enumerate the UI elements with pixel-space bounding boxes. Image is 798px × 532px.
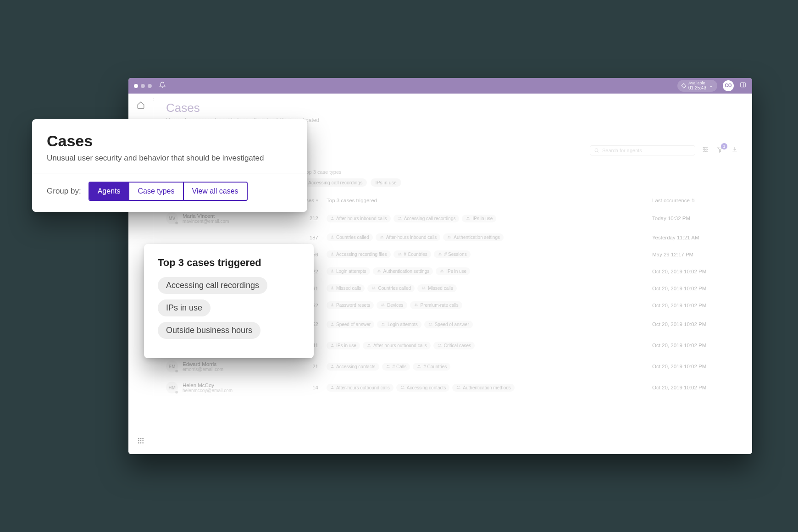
case-tag[interactable]: # Sessions bbox=[434, 250, 471, 258]
case-tag[interactable]: After-hours inbound calls bbox=[327, 215, 391, 222]
case-tag[interactable]: After-hours outbound calls bbox=[327, 384, 393, 392]
col-last[interactable]: Last occurrence⇅ bbox=[652, 198, 739, 203]
top3-chip[interactable]: IPs in use bbox=[371, 178, 401, 187]
case-tag[interactable]: # Countries bbox=[413, 363, 450, 371]
svg-point-45 bbox=[374, 287, 375, 288]
col-top3[interactable]: Top 3 cases triggered bbox=[327, 198, 652, 203]
seg-view-all[interactable]: View all cases bbox=[184, 183, 247, 200]
filter-icon[interactable]: 1 bbox=[715, 146, 725, 155]
case-tag[interactable]: Speed of answer bbox=[327, 321, 374, 328]
svg-point-57 bbox=[431, 322, 432, 323]
sort-icon: ▾ bbox=[316, 198, 318, 203]
case-count: 187 bbox=[290, 235, 327, 240]
download-icon[interactable] bbox=[730, 146, 739, 155]
svg-point-14 bbox=[595, 149, 598, 152]
svg-point-20 bbox=[706, 149, 707, 150]
case-tag[interactable]: IPs in use bbox=[327, 342, 360, 349]
traffic-dot[interactable] bbox=[141, 84, 145, 88]
table-row[interactable]: 187Countries calledAfter-hours inbound c… bbox=[166, 229, 739, 246]
case-tag[interactable]: Premium-rate calls bbox=[410, 301, 462, 309]
case-tag[interactable]: Login attempts bbox=[327, 267, 370, 275]
group-icon bbox=[437, 343, 442, 348]
collapse-icon[interactable] bbox=[153, 95, 155, 104]
group-icon bbox=[379, 235, 384, 240]
svg-point-52 bbox=[416, 304, 417, 305]
svg-line-15 bbox=[598, 151, 598, 152]
table-row[interactable]: HMHelen McCoyhelenmccoy@email.com14After… bbox=[166, 377, 739, 398]
case-tag[interactable]: Missed calls bbox=[417, 284, 456, 292]
person-icon bbox=[330, 322, 334, 327]
case-tag[interactable]: Accessing recording files bbox=[327, 250, 391, 258]
seg-case-types[interactable]: Case types bbox=[129, 183, 183, 200]
case-tag[interactable]: Devices bbox=[377, 301, 407, 309]
last-occurrence: Oct 20, 2019 10:02 PM bbox=[652, 321, 739, 327]
person-icon bbox=[330, 286, 334, 291]
top3-chip[interactable]: Accessing call recordings bbox=[304, 178, 367, 187]
svg-point-43 bbox=[332, 287, 333, 288]
group-icon bbox=[381, 322, 386, 327]
search-input[interactable]: Search for agents bbox=[590, 145, 695, 155]
case-tag[interactable]: Accessing contacts bbox=[327, 363, 379, 371]
svg-point-21 bbox=[704, 151, 705, 152]
case-tag[interactable]: Login attempts bbox=[377, 321, 421, 328]
sliders-icon[interactable] bbox=[701, 146, 710, 155]
user-avatar[interactable]: CO bbox=[723, 80, 734, 91]
person-icon bbox=[330, 343, 334, 348]
traffic-dot[interactable] bbox=[134, 84, 138, 88]
group-icon bbox=[447, 235, 452, 240]
svg-point-55 bbox=[383, 322, 384, 323]
case-chip[interactable]: IPs in use bbox=[158, 299, 211, 316]
case-tag[interactable]: # Countries bbox=[393, 250, 431, 258]
table-row[interactable]: EMEdward Morrisemorris@email.com21Access… bbox=[166, 356, 739, 377]
panel-toggle-icon[interactable] bbox=[739, 82, 747, 89]
case-chip[interactable]: Accessing call recordings bbox=[158, 277, 267, 294]
case-tag[interactable]: Accessing call recordings bbox=[393, 215, 460, 222]
svg-point-69 bbox=[401, 386, 402, 387]
case-tag[interactable]: Authentication settings bbox=[443, 233, 504, 241]
svg-point-9 bbox=[140, 442, 141, 443]
case-tag[interactable]: Password resets bbox=[327, 301, 374, 309]
case-tag[interactable]: After-hours outbound calls bbox=[363, 342, 431, 349]
filter-badge: 1 bbox=[721, 143, 727, 150]
case-tag[interactable]: Authentication methods bbox=[452, 384, 515, 392]
svg-point-7 bbox=[142, 440, 144, 442]
bell-icon[interactable] bbox=[159, 82, 166, 90]
last-occurrence: Oct 20, 2019 10:02 PM bbox=[652, 286, 739, 291]
case-tag[interactable]: Countries called bbox=[327, 233, 373, 241]
svg-point-3 bbox=[140, 438, 141, 439]
svg-point-64 bbox=[387, 365, 388, 366]
last-occurrence: May 29 12:17 PM bbox=[652, 252, 739, 257]
case-tag[interactable]: # Calls bbox=[382, 363, 410, 371]
apps-grid-icon[interactable] bbox=[136, 436, 146, 446]
group-icon bbox=[414, 303, 419, 308]
case-tag[interactable]: Accessing contacts bbox=[396, 384, 450, 392]
agent-name: Edward Morris bbox=[183, 361, 223, 367]
svg-point-32 bbox=[449, 236, 450, 237]
svg-point-62 bbox=[440, 344, 441, 344]
status-label: Available bbox=[688, 81, 706, 86]
case-tag[interactable]: Speed of answer bbox=[424, 321, 473, 328]
presence-status[interactable]: Available 01:25:43 ⌄ bbox=[677, 80, 717, 92]
svg-point-26 bbox=[467, 216, 468, 217]
svg-point-23 bbox=[332, 216, 333, 218]
case-tag[interactable]: Critical cases bbox=[433, 342, 475, 349]
popout-subtitle: Unusual user security and behavior that … bbox=[47, 154, 293, 163]
case-tag[interactable]: IPs in use bbox=[462, 215, 496, 222]
seg-agents[interactable]: Agents bbox=[89, 183, 130, 200]
last-occurrence: Oct 20, 2019 10:02 PM bbox=[652, 385, 739, 390]
home-icon[interactable] bbox=[136, 100, 146, 110]
traffic-dot[interactable] bbox=[148, 84, 152, 88]
case-tag[interactable]: Missed calls bbox=[327, 284, 365, 292]
person-icon bbox=[330, 252, 334, 257]
case-tag[interactable]: IPs in use bbox=[436, 267, 470, 275]
svg-point-50 bbox=[383, 304, 384, 305]
group-icon bbox=[366, 343, 371, 348]
case-chip[interactable]: Outside business hours bbox=[158, 322, 260, 339]
status-time: 01:25:43 bbox=[688, 85, 706, 90]
svg-point-59 bbox=[368, 344, 369, 344]
group-icon bbox=[397, 252, 402, 257]
case-tag[interactable]: Authentication settings bbox=[373, 267, 433, 275]
case-tag[interactable]: After-hours inbound calls bbox=[376, 233, 441, 241]
case-tag[interactable]: Countries called bbox=[367, 284, 415, 292]
group-icon bbox=[380, 303, 385, 308]
